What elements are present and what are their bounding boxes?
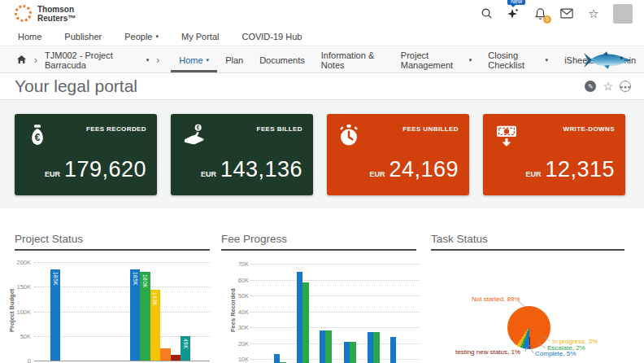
kpi-amount: 12,315 [545,157,615,182]
svg-text:€: € [35,132,41,143]
kpi-card-value: EUR12,315 [525,157,615,182]
kpi-card-label: FEES BILLED [257,125,302,133]
kpi-card-fees-recorded: €FEES RECORDEDEUR179,620 [15,114,157,195]
bar [344,342,350,363]
nav-item-label: Publisher [64,32,102,42]
bar: 180K [140,272,150,361]
sparkle-icon[interactable]: New [506,7,520,21]
pie-label-complete: Complete, 5% [535,350,576,357]
gridline [250,280,420,281]
project-tabs: Home▾PlanDocumentsInformation & NotesPro… [171,47,644,72]
search-icon[interactable] [479,7,494,21]
tab-documents[interactable]: Documents [251,47,313,72]
caret-down-icon: ▾ [546,57,549,63]
brand-text: Thomson Reuters™ [37,5,76,23]
tab-project-management[interactable]: Project Management▾ [393,47,481,72]
brand-line1: Thomson [37,5,76,14]
kpi-currency: EUR [45,170,60,178]
svg-text:€: € [197,125,200,130]
bar [302,282,308,363]
caret-down-icon: ▾ [146,57,150,63]
bar [297,272,302,363]
nav-item-covid-19-hub[interactable]: COVID-19 Hub [242,32,302,42]
more-options-icon[interactable]: ●●● [620,81,631,92]
top-header: Thomson Reuters™ New 0 ☆ [0,0,644,27]
kpi-card-value: EUR179,620 [45,157,146,182]
y-tick-label: 40K [224,308,249,316]
bar: 185K [130,269,140,361]
kpi-card-value: EUR24,169 [369,157,459,182]
kpi-currency: EUR [525,170,541,178]
nav-item-home[interactable]: Home [18,32,41,42]
tab-label: Documents [259,55,305,65]
bell-icon[interactable]: 0 [533,7,547,21]
nav-item-my-portal[interactable]: My Portal [181,32,219,42]
bar [325,330,331,363]
bar-value-label: 185K [133,272,138,286]
tab-home[interactable]: Home▾ [171,47,217,72]
bar [373,332,379,363]
bar [390,337,396,363]
tab-closing-checklist[interactable]: Closing Checklist▾ [480,47,556,72]
thomson-reuters-logo[interactable]: Thomson Reuters™ [15,5,76,23]
nav-item-label: People [124,32,152,42]
bar [368,332,373,363]
kpi-currency: EUR [201,170,216,178]
kpi-card-fees-unbilled: FEES UNBILLEDEUR24,169 [327,114,469,195]
avatar[interactable] [613,4,633,24]
gridline [34,286,210,287]
nav-item-publisher[interactable]: Publisher [64,32,102,42]
gridline [250,312,420,313]
tab-information-notes[interactable]: Information & Notes [313,47,393,72]
bar-value-label: 180K [142,274,148,288]
bar: 185K [50,269,60,361]
caret-down-icon: ▾ [155,33,159,39]
legal-portal-app: Thomson Reuters™ New 0 ☆ HomePublisherPe [0,0,644,363]
caret-down-icon: ▾ [469,57,472,63]
bar: 49K [181,336,190,361]
tab-plan[interactable]: Plan [217,47,251,72]
nav-item-label: My Portal [181,32,219,42]
kpi-card-fees-billed: €FEES BILLEDEUR143,136 [171,114,313,195]
bar [350,342,355,363]
tab-label: Closing Checklist [488,50,542,70]
pie-label-testing-new-status: testing new status, 1% [455,348,520,356]
home-icon[interactable] [16,55,27,66]
chart-title-rule [431,249,624,251]
kpi-currency: EUR [369,170,385,178]
nav-item-people[interactable]: People▾ [124,32,159,42]
kpi-card-label: WRITE-DOWNS [563,125,615,133]
tab-label: Home [179,55,202,65]
new-badge: New [507,0,525,5]
stopwatch-icon [337,122,361,151]
edit-icon[interactable]: ✎ [585,81,596,92]
y-tick-label: 30K [224,324,249,331]
tab-label: Information & Notes [321,50,385,70]
y-tick-label: 200K [7,259,31,266]
tab-label: Project Management [401,50,466,70]
star-icon[interactable]: ☆ [586,7,601,21]
barracuda-fish-image [584,50,631,74]
bar [274,354,280,363]
caret-down-icon: ▾ [207,57,210,63]
mail-icon[interactable] [559,7,574,21]
bar-value-label: 185K [53,272,59,286]
chevron-right-icon: › [156,55,159,66]
bar-value-label: 49K [183,339,189,349]
kpi-amount: 179,620 [64,157,146,182]
main-nav: HomePublisherPeople▾My PortalCOVID-19 Hu… [0,27,644,46]
breadcrumb-project[interactable]: TJM002 - Project Barracuda ▾ [45,50,149,70]
gridline [34,312,210,313]
gridline [34,262,210,263]
bar [320,330,325,363]
money-bag-euro-icon: € [24,122,50,151]
kpi-amount: 143,136 [220,157,302,182]
kpi-band: €FEES RECORDEDEUR179,620€FEES BILLEDEUR1… [0,100,644,208]
bar [160,348,170,361]
chart-title-project-status: Project Status [15,233,83,245]
favorite-star-icon[interactable]: ☆ [603,80,613,93]
y-tick-label: 70K [224,260,249,268]
project-name: TJM002 - Project Barracuda [45,50,142,70]
page-title-actions: ✎ ☆ ●●● [585,80,631,93]
x-axis-line [34,361,210,361]
